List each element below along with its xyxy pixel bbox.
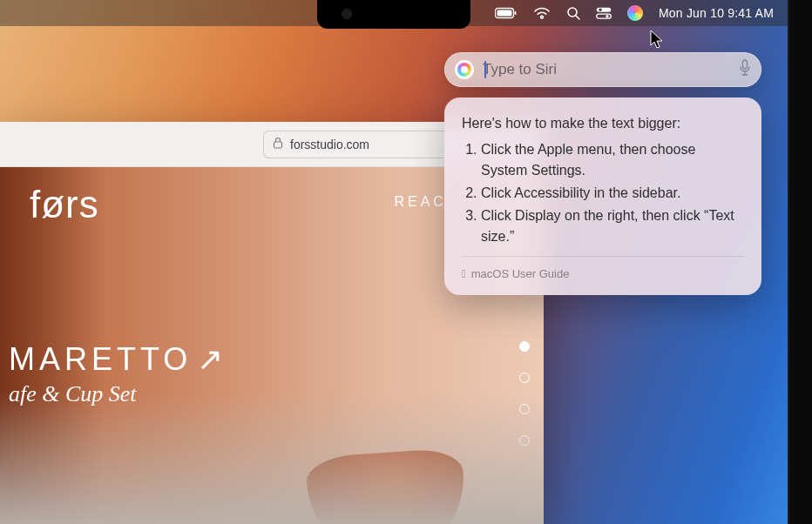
siri-badge-icon [455, 60, 474, 79]
svg-point-8 [606, 15, 608, 17]
control-center-icon[interactable] [596, 7, 612, 19]
svg-rect-10 [743, 60, 748, 69]
site-logo[interactable]: førs [30, 183, 99, 226]
apple-logo-icon [462, 265, 466, 283]
spotlight-search-icon[interactable] [566, 6, 580, 20]
device-bezel [788, 0, 812, 524]
siri-response-card: Here's how to make the text bigger: Clic… [444, 97, 761, 295]
display-notch [317, 0, 470, 29]
wifi-icon[interactable] [533, 7, 551, 19]
battery-icon[interactable] [495, 7, 518, 19]
text-caret [484, 61, 486, 78]
siri-source-label: macOS User Guide [471, 265, 570, 283]
svg-rect-6 [597, 14, 611, 18]
carousel-dot[interactable] [519, 341, 530, 352]
lock-icon [273, 137, 283, 151]
siri-step: Click Accessibility in the sidebar. [481, 183, 744, 204]
svg-rect-1 [497, 10, 511, 17]
microphone-icon[interactable] [739, 59, 751, 80]
siri-text-input[interactable] [483, 61, 730, 78]
menu-bar-datetime[interactable]: Mon Jun 10 9:41 AM [659, 6, 774, 20]
svg-rect-9 [274, 142, 282, 148]
address-bar-text: forsstudio.com [290, 138, 369, 151]
svg-line-4 [576, 16, 579, 19]
svg-rect-2 [514, 11, 516, 15]
carousel-dot[interactable] [519, 373, 530, 383]
siri-input-bar[interactable] [444, 52, 761, 87]
siri-steps-list: Click the Apple menu, then choose System… [462, 139, 744, 247]
camera-icon [342, 9, 352, 19]
hero-title[interactable]: MARETTO↗ [9, 341, 227, 378]
cursor-pointer [650, 30, 666, 50]
siri-step: Click Display on the right, then click “… [481, 205, 744, 247]
siri-source[interactable]: macOS User Guide [462, 256, 744, 283]
siri-response-heading: Here's how to make the text bigger: [462, 113, 744, 134]
svg-rect-5 [597, 8, 611, 12]
siri-step: Click the Apple menu, then choose System… [481, 139, 744, 181]
siri-icon[interactable] [627, 5, 643, 21]
svg-point-7 [599, 9, 601, 11]
